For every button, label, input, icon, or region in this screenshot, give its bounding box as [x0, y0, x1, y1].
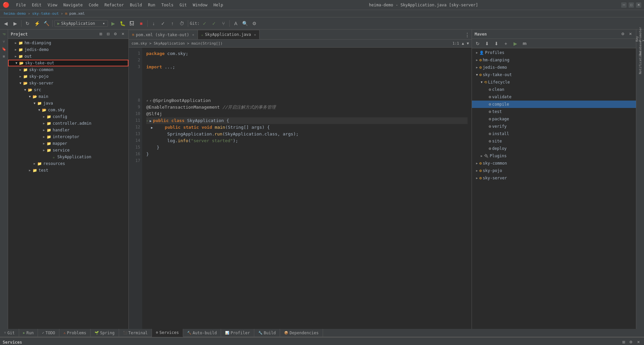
tree-item-handler[interactable]: ▶ 📁 handler: [8, 127, 128, 133]
tree-item-src[interactable]: ▼ 📂 src: [8, 87, 128, 93]
menu-window[interactable]: Window: [190, 2, 210, 8]
collapse-icon[interactable]: ▼: [467, 41, 469, 46]
menu-file[interactable]: File: [13, 2, 29, 8]
maven-profiles[interactable]: ▶ 👤 Profiles: [472, 49, 636, 56]
git-branch[interactable]: ⑂: [219, 19, 228, 28]
tree-item-mapper[interactable]: ▶ 📁 mapper: [8, 140, 128, 147]
menu-tools[interactable]: Tools: [159, 2, 176, 8]
maven-sky-take-out[interactable]: ▼ ⚙ sky-take-out: [472, 71, 636, 78]
maven-refresh-btn[interactable]: ↻: [473, 39, 482, 48]
tree-item-skyapplication[interactable]: ☕ SkyApplication: [8, 154, 128, 160]
minimize-button[interactable]: ─: [621, 2, 627, 8]
stop-button[interactable]: ■: [137, 19, 146, 28]
maven-verify[interactable]: ⚙ verify: [472, 123, 636, 130]
tree-item-java[interactable]: ▼ 📁 java: [8, 100, 128, 107]
git-status-ok[interactable]: ✓: [200, 19, 209, 28]
bookmark-icon[interactable]: 🔖: [1, 46, 7, 52]
code-content[interactable]: package com.sky; import ...; ⚡ ⚡ @Spring…: [142, 48, 472, 329]
tree-item-hm-dianping[interactable]: ▶ 📁 hm-dianping: [8, 40, 128, 46]
run-button[interactable]: ▶: [109, 19, 117, 28]
build-button[interactable]: ⚡: [33, 19, 41, 28]
tree-item-resources[interactable]: ▶ 📁 resources: [8, 160, 128, 167]
maven-sky-server[interactable]: ▶ ⚙ sky-server: [472, 174, 636, 182]
tree-item-main[interactable]: ▼ 📂 main: [8, 93, 128, 100]
translate-button[interactable]: A: [231, 19, 240, 28]
breadcrumb-part2[interactable]: sky-take-out: [32, 11, 59, 16]
code-editor[interactable]: 1 2 3 8 9 10 11 12 13 14 15 16 17 packag…: [129, 48, 472, 329]
tree-item-controller-admin[interactable]: ▶ 📁 controller.admin: [8, 120, 128, 127]
btab-git[interactable]: ⑂ Git: [0, 329, 19, 337]
btab-auto-build[interactable]: 🔨 Auto-build: [183, 329, 221, 337]
commit-icon[interactable]: ⑂: [1, 38, 7, 45]
menu-run[interactable]: Run: [145, 2, 158, 8]
settings-button[interactable]: ⚙: [250, 19, 259, 28]
maven-compile[interactable]: ⚙ compile: [472, 101, 636, 108]
btab-spring[interactable]: 🌱 Spring: [91, 329, 119, 337]
tree-item-sky-pojo[interactable]: ▶ 📁 sky-pojo: [8, 73, 128, 80]
maven-m-btn[interactable]: m: [520, 39, 529, 48]
maven-sky-pojo[interactable]: ▶ ⚙ sky-pojo: [472, 167, 636, 174]
sync-button[interactable]: ↻: [23, 19, 32, 28]
project-close-btn[interactable]: ✕: [120, 31, 126, 37]
maven-plugins[interactable]: ▶ 🔌 Plugins: [472, 152, 636, 160]
notifications-icon[interactable]: Notifications: [637, 59, 644, 66]
maven-deploy[interactable]: ⚙ deploy: [472, 145, 636, 152]
menu-edit[interactable]: Edit: [29, 2, 44, 8]
btab-profiler[interactable]: 📊 Profiler: [221, 329, 254, 337]
git-history[interactable]: ⏱: [177, 19, 186, 28]
menu-navigate[interactable]: Navigate: [61, 2, 86, 8]
tree-item-interceptor[interactable]: ▶ 📁 interceptor: [8, 133, 128, 140]
maven-settings-btn[interactable]: ⚙: [620, 31, 626, 37]
services-expand-btn[interactable]: ⊞: [621, 339, 627, 345]
maven-run-btn[interactable]: ▶: [511, 39, 520, 48]
breadcrumb-part1[interactable]: heima-demo: [4, 11, 26, 16]
git-push[interactable]: ↑: [168, 19, 177, 28]
tab-sky-close[interactable]: ✕: [254, 33, 256, 37]
tree-item-sky-common[interactable]: ▶ 📁 sky-common: [8, 66, 128, 73]
tree-item-jedis-demo[interactable]: ▶ 📁 jedis-demo: [8, 46, 128, 53]
menu-git[interactable]: Git: [177, 2, 190, 8]
search-button[interactable]: 🔍: [241, 19, 250, 28]
project-settings-btn[interactable]: ⚙: [112, 31, 118, 37]
services-settings-btn[interactable]: ⚙: [628, 339, 634, 345]
menu-code[interactable]: Code: [86, 2, 101, 8]
maven-site[interactable]: ⚙ site: [472, 137, 636, 145]
menu-help[interactable]: Help: [211, 2, 226, 8]
maven-clean[interactable]: ⚙ clean: [472, 86, 636, 93]
close-button[interactable]: ✕: [636, 2, 641, 8]
tab-skyapplication[interactable]: ☕ SkyApplication.java ✕: [198, 30, 260, 39]
build-project-button[interactable]: 🔨: [42, 19, 51, 28]
structure-icon[interactable]: ≡: [1, 53, 7, 60]
tree-item-sky-take-out[interactable]: ▼ 📂 sky-take-out: [8, 60, 128, 66]
git-check[interactable]: ✓: [210, 19, 218, 28]
maven-lifecycle[interactable]: ▼ ⟲ Lifecycle: [472, 78, 636, 86]
tree-item-com-sky[interactable]: ▼ 📂 com.sky: [8, 107, 128, 113]
project-icon[interactable]: P: [1, 31, 7, 38]
btab-problems[interactable]: ⚠ Problems: [59, 329, 91, 337]
services-close-btn[interactable]: ✕: [635, 339, 641, 345]
tree-item-test[interactable]: ▶ 📁 test: [8, 167, 128, 174]
menu-refactor[interactable]: Refactor: [102, 2, 126, 8]
maven-download-btn[interactable]: ⬇: [483, 39, 491, 48]
project-expand-btn[interactable]: ⊞: [98, 31, 104, 37]
btab-terminal[interactable]: ⬛ Terminal: [119, 329, 152, 337]
btab-build[interactable]: 🔧 Build: [254, 329, 280, 337]
maven-download-sources-btn[interactable]: ⬇: [492, 39, 501, 48]
git-commit[interactable]: ✓: [159, 19, 167, 28]
editor-options-btn[interactable]: ⋮: [463, 31, 472, 39]
tree-item-out[interactable]: ▶ 📁 out: [8, 53, 128, 60]
back-button[interactable]: ◀: [1, 19, 10, 28]
run-config-selector[interactable]: ▶ SkyApplication ▾: [54, 20, 108, 27]
breadcrumb-part3[interactable]: pom.xml: [69, 11, 85, 16]
forward-button[interactable]: ▶: [11, 19, 19, 28]
tab-pom-close[interactable]: ✕: [192, 33, 194, 37]
tree-item-config[interactable]: ▶ 📁 config: [8, 113, 128, 120]
tree-item-service[interactable]: ▶ 📁 service: [8, 147, 128, 154]
debug-button[interactable]: 🐛: [118, 19, 127, 28]
maven-add-btn[interactable]: +: [501, 39, 510, 48]
maven-sky-common[interactable]: ▶ ⚙ sky-common: [472, 160, 636, 167]
coverage-button[interactable]: ⛾: [127, 19, 136, 28]
menu-build[interactable]: Build: [127, 2, 145, 8]
maven-close-btn[interactable]: ✕: [627, 31, 633, 37]
btab-services[interactable]: ⚙ Services: [152, 329, 183, 337]
